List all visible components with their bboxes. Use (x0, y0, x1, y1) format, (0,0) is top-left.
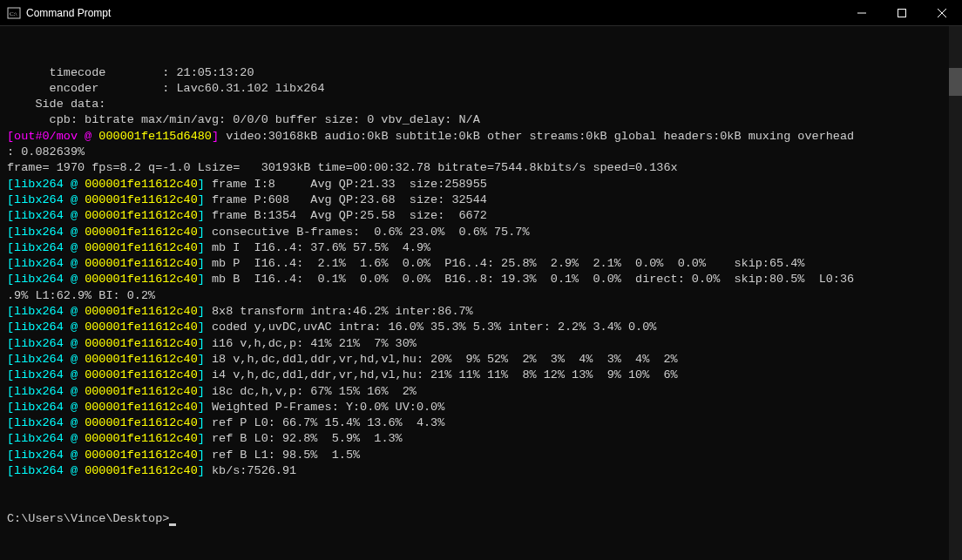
scrollbar-track[interactable] (949, 26, 962, 560)
terminal-segment: video:30168kB audio:0kB subtitle:0kB oth… (226, 130, 854, 143)
terminal-segment: ] (198, 432, 212, 445)
terminal-segment: cpb: bitrate max/min/avg: 0/0/0 buffer s… (7, 113, 480, 126)
terminal-line: [libx264 @ 000001fe11612c40] mb B I16..4… (7, 272, 955, 287)
terminal-segment: coded y,uvDC,uvAC intra: 16.0% 35.3% 5.3… (212, 320, 656, 334)
terminal-line: [libx264 @ 000001fe11612c40] mb I I16..4… (7, 240, 955, 256)
terminal-line: Side data: (7, 97, 955, 112)
terminal-segment: ] (198, 257, 212, 270)
terminal-line: [libx264 @ 000001fe11612c40] frame I:8 A… (7, 177, 955, 192)
terminal-line: timecode : 21:05:13:20 (7, 65, 955, 81)
terminal-segment: ] (198, 353, 212, 366)
terminal-segment: [libx264 @ (7, 385, 85, 398)
terminal-segment: ] (198, 401, 212, 414)
terminal-line: [libx264 @ 000001fe11612c40] 8x8 transfo… (7, 304, 955, 320)
terminal-segment: [libx264 @ (7, 193, 85, 206)
terminal-segment: ] (198, 368, 212, 381)
minimize-button[interactable] (842, 0, 882, 25)
terminal-segment: ] (198, 226, 212, 239)
terminal-line: : 0.082639% (7, 145, 955, 160)
titlebar-left: C:\ Command Prompt (0, 6, 111, 20)
scrollbar-thumb[interactable] (949, 68, 962, 96)
terminal-segment: 000001fe11612c40 (85, 432, 198, 445)
terminal-line: [libx264 @ 000001fe11612c40] frame P:608… (7, 192, 955, 208)
terminal-segment: Weighted P-Frames: Y:0.0% UV:0.0% (212, 401, 444, 414)
terminal-segment: [libx264 @ (7, 257, 85, 270)
terminal-line: [libx264 @ 000001fe11612c40] mb P I16..4… (7, 256, 955, 272)
terminal-segment: ] (198, 464, 212, 477)
terminal-segment: ] (198, 241, 212, 254)
terminal-segment: 000001fe11612c40 (85, 416, 198, 429)
terminal-output: timecode : 21:05:13:20 encoder : Lavc60.… (7, 65, 955, 480)
terminal-segment: 000001fe11612c40 (85, 368, 198, 381)
terminal-line: [out#0/mov @ 000001fe115d6480] video:301… (7, 129, 955, 145)
cursor (169, 523, 176, 526)
terminal-line: [libx264 @ 000001fe11612c40] consecutive… (7, 225, 955, 240)
terminal-segment: mb P I16..4: 2.1% 1.6% 0.0% P16..4: 25.8… (212, 257, 805, 270)
terminal-segment: ] (198, 337, 212, 350)
close-button[interactable] (922, 0, 962, 25)
terminal-segment: ] (198, 178, 212, 191)
window-controls (842, 0, 962, 25)
terminal-segment: ] (198, 416, 212, 429)
terminal-area[interactable]: timecode : 21:05:13:20 encoder : Lavc60.… (0, 26, 962, 560)
terminal-line: [libx264 @ 000001fe11612c40] kb/s:7526.9… (7, 463, 955, 479)
terminal-segment: 000001fe11612c40 (85, 401, 198, 414)
terminal-segment: ref P L0: 66.7% 15.4% 13.6% 4.3% (212, 416, 444, 429)
terminal-segment: [libx264 @ (7, 432, 85, 445)
terminal-segment: 000001fe11612c40 (85, 193, 198, 206)
terminal-segment: 000001fe115d6480 (98, 130, 212, 143)
terminal-segment: 000001fe11612c40 (85, 464, 198, 477)
terminal-segment: [libx264 @ (7, 416, 85, 429)
terminal-segment: [libx264 @ (7, 178, 85, 191)
terminal-segment: 000001fe11612c40 (85, 320, 198, 334)
terminal-segment: mb B I16..4: 0.1% 0.0% 0.0% B16..8: 19.3… (212, 273, 854, 286)
terminal-segment: [libx264 @ (7, 273, 85, 286)
terminal-segment: ref B L0: 92.8% 5.9% 1.3% (212, 432, 403, 445)
terminal-segment: [libx264 @ (7, 464, 85, 477)
prompt-line: C:\Users\Vince\Desktop> (7, 511, 955, 527)
terminal-segment: i8c dc,h,v,p: 67% 15% 16% 2% (212, 385, 417, 398)
terminal-segment: ] (198, 209, 212, 222)
terminal-segment: [libx264 @ (7, 401, 85, 414)
cmd-icon: C:\ (7, 6, 21, 20)
terminal-segment: 000001fe11612c40 (85, 257, 198, 270)
terminal-segment: [libx264 @ (7, 449, 85, 462)
maximize-button[interactable] (882, 0, 922, 25)
terminal-line: [libx264 @ 000001fe11612c40] Weighted P-… (7, 400, 955, 415)
titlebar[interactable]: C:\ Command Prompt (0, 0, 962, 26)
terminal-segment: ] (198, 305, 212, 318)
terminal-segment: kb/s:7526.91 (212, 464, 296, 477)
terminal-segment: 000001fe11612c40 (85, 305, 198, 318)
terminal-segment: 000001fe11612c40 (85, 337, 198, 350)
terminal-segment: Side data: (7, 98, 105, 111)
window-title: Command Prompt (26, 7, 111, 19)
terminal-line: cpb: bitrate max/min/avg: 0/0/0 buffer s… (7, 112, 955, 128)
terminal-line: [libx264 @ 000001fe11612c40] i8 v,h,dc,d… (7, 352, 955, 368)
svg-rect-3 (898, 9, 906, 17)
terminal-line: encoder : Lavc60.31.102 libx264 (7, 81, 955, 97)
terminal-segment: frame= 1970 fps=8.2 q=-1.0 Lsize= 30193k… (7, 161, 678, 174)
terminal-line: [libx264 @ 000001fe11612c40] i8c dc,h,v,… (7, 384, 955, 400)
terminal-line: [libx264 @ 000001fe11612c40] coded y,uvD… (7, 320, 955, 335)
terminal-segment: [libx264 @ (7, 226, 85, 239)
terminal-segment: [libx264 @ (7, 368, 85, 381)
terminal-segment: ] (198, 320, 212, 334)
terminal-segment: frame I:8 Avg QP:21.33 size:258955 (212, 178, 487, 191)
terminal-segment: 000001fe11612c40 (85, 241, 198, 254)
terminal-line: frame= 1970 fps=8.2 q=-1.0 Lsize= 30193k… (7, 160, 955, 176)
terminal-segment: [libx264 @ (7, 305, 85, 318)
terminal-line: .9% L1:62.9% BI: 0.2% (7, 288, 955, 304)
terminal-segment: ] (198, 193, 212, 206)
terminal-segment: mb I I16..4: 37.6% 57.5% 4.9% (212, 241, 430, 254)
terminal-line: [libx264 @ 000001fe11612c40] ref B L0: 9… (7, 431, 955, 447)
terminal-segment: timecode : 21:05:13:20 (7, 66, 254, 79)
terminal-segment: [libx264 @ (7, 209, 85, 222)
terminal-segment: ] (198, 385, 212, 398)
terminal-line: [libx264 @ 000001fe11612c40] ref P L0: 6… (7, 415, 955, 431)
terminal-segment: i8 v,h,dc,ddl,ddr,vr,hd,vl,hu: 20% 9% 52… (212, 353, 678, 366)
terminal-segment: 000001fe11612c40 (85, 273, 198, 286)
terminal-segment: 000001fe11612c40 (85, 385, 198, 398)
terminal-segment: : 0.082639% (7, 145, 85, 159)
terminal-segment: 000001fe11612c40 (85, 353, 198, 366)
terminal-line: [libx264 @ 000001fe11612c40] i16 v,h,dc,… (7, 336, 955, 352)
